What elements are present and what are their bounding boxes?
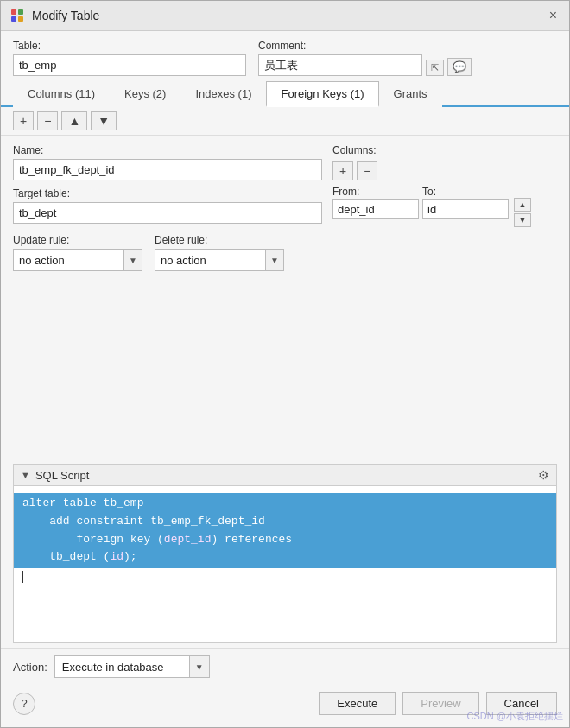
remove-row-button[interactable]: −	[37, 111, 58, 130]
svg-rect-0	[11, 9, 16, 15]
action-select-arrow-icon: ▼	[189, 656, 209, 677]
text-cursor	[22, 571, 23, 583]
move-up-button[interactable]: ▲	[61, 111, 87, 130]
sql-settings-icon[interactable]: ⚙	[538, 468, 549, 482]
comment-input[interactable]	[258, 54, 422, 76]
sql-section-title: SQL Script	[35, 469, 89, 482]
help-button[interactable]: ?	[13, 693, 35, 715]
col-to-input[interactable]	[422, 199, 509, 219]
add-row-button[interactable]: +	[13, 111, 34, 130]
comment-expand-button[interactable]: ⇱	[426, 60, 444, 76]
fk-target-table-input[interactable]	[13, 202, 322, 224]
delete-rule-select[interactable]: no action ▼	[155, 249, 284, 271]
sql-body: alter table tb_emp add constraint tb_emp…	[14, 486, 556, 642]
fk-target-table-label: Target table:	[13, 187, 322, 199]
table-label: Table:	[13, 40, 246, 52]
table-name-input[interactable]	[13, 54, 246, 76]
col-remove-button[interactable]: −	[357, 161, 377, 180]
comment-icon-button[interactable]: 💬	[447, 58, 472, 76]
column-row	[332, 199, 509, 219]
col-add-button[interactable]: +	[332, 161, 353, 180]
sql-collapse-icon[interactable]: ▼	[21, 470, 30, 480]
svg-rect-2	[11, 16, 16, 22]
col-nav-down-button[interactable]: ▼	[514, 213, 531, 227]
columns-label: Columns:	[332, 144, 557, 156]
update-rule-select[interactable]: no action ▼	[13, 249, 142, 271]
update-rule-value: no action	[14, 251, 124, 269]
svg-rect-1	[18, 9, 23, 15]
tab-keys[interactable]: Keys (2)	[110, 81, 180, 107]
delete-rule-arrow-icon: ▼	[265, 250, 283, 270]
preview-button[interactable]: Preview	[402, 692, 478, 715]
fk-name-input[interactable]	[13, 159, 322, 180]
tabs-bar: Columns (11) Keys (2) Indexes (1) Foreig…	[1, 81, 569, 107]
dialog-title: Modify Table	[32, 9, 99, 22]
app-icon	[10, 8, 25, 23]
from-header: From:	[332, 186, 419, 198]
update-rule-arrow-icon: ▼	[124, 250, 142, 270]
tab-indexes[interactable]: Indexes (1)	[180, 81, 266, 107]
tab-foreign-keys[interactable]: Foreign Keys (1)	[266, 81, 378, 107]
move-down-button[interactable]: ▼	[91, 111, 117, 130]
to-header: To:	[422, 186, 509, 198]
svg-rect-3	[18, 16, 23, 22]
tab-grants[interactable]: Grants	[379, 81, 442, 107]
delete-rule-label: Delete rule:	[155, 234, 284, 246]
cancel-button[interactable]: Cancel	[486, 692, 557, 715]
delete-rule-value: no action	[155, 251, 265, 269]
tab-columns[interactable]: Columns (11)	[13, 81, 110, 107]
action-select-value: Execute in database	[55, 658, 189, 676]
comment-label: Comment:	[258, 40, 472, 52]
update-rule-label: Update rule:	[13, 234, 142, 246]
execute-button[interactable]: Execute	[319, 692, 396, 715]
close-button[interactable]: ×	[546, 6, 560, 25]
col-nav-up-button[interactable]: ▲	[514, 198, 531, 212]
action-select[interactable]: Execute in database ▼	[54, 655, 210, 678]
fk-name-label: Name:	[13, 144, 322, 156]
col-from-input[interactable]	[332, 199, 419, 219]
action-label: Action:	[13, 661, 48, 674]
